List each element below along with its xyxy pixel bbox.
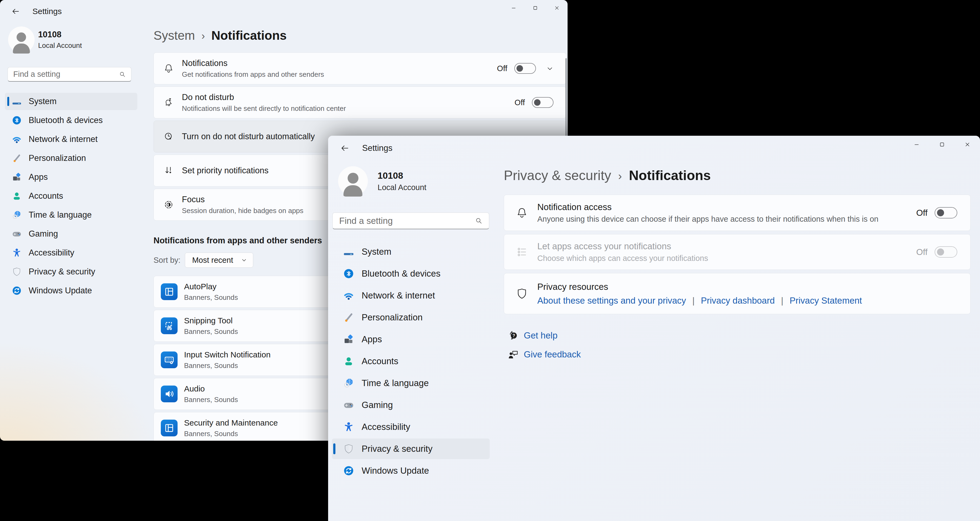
minimize-icon bbox=[511, 5, 517, 11]
search-input[interactable]: Find a setting bbox=[332, 212, 489, 229]
toggle-switch[interactable] bbox=[532, 97, 554, 108]
list-settings-icon bbox=[516, 246, 528, 258]
breadcrumb-separator-icon: › bbox=[618, 169, 622, 183]
link-separator: | bbox=[692, 296, 695, 306]
sidebar-item-icon bbox=[12, 153, 22, 163]
breadcrumb: Privacy & security › Notifications bbox=[504, 167, 970, 183]
get-help-link[interactable]: Get help bbox=[508, 330, 970, 341]
sidebar-item-label: Time & language bbox=[362, 378, 429, 388]
page-title: Notifications bbox=[629, 167, 711, 183]
sidebar-item[interactable]: Windows Update bbox=[332, 460, 490, 481]
avatar bbox=[338, 166, 368, 196]
sidebar-item[interactable]: Apps bbox=[332, 329, 490, 350]
sidebar-item[interactable]: System bbox=[332, 241, 490, 262]
setting-row-title: Let apps access your notifications bbox=[537, 241, 916, 252]
app-icon bbox=[161, 284, 178, 300]
sidebar-item[interactable]: Accounts bbox=[332, 351, 490, 371]
app-icon bbox=[161, 420, 178, 437]
sidebar-item-label: Accounts bbox=[29, 191, 63, 201]
main-content: Privacy & security › Notifications Notif… bbox=[504, 136, 970, 368]
bell-icon bbox=[516, 207, 528, 219]
sidebar-item-label: Privacy & security bbox=[362, 444, 433, 454]
sidebar-item-icon bbox=[12, 286, 22, 296]
close-button[interactable] bbox=[546, 0, 568, 16]
sidebar-item[interactable]: Privacy & security bbox=[332, 438, 490, 459]
back-button[interactable] bbox=[8, 4, 23, 19]
sidebar-item-label: Accessibility bbox=[29, 248, 74, 258]
search-placeholder: Find a setting bbox=[8, 70, 119, 79]
toggle-state-label: Off bbox=[497, 64, 507, 73]
back-button[interactable] bbox=[337, 140, 352, 156]
sidebar-item[interactable]: Privacy & security bbox=[5, 263, 137, 280]
sort-by-label: Sort by: bbox=[154, 256, 181, 265]
sidebar-item[interactable]: Accessibility bbox=[5, 244, 137, 261]
account-card[interactable]: 10108 Local Account bbox=[8, 27, 82, 53]
sidebar-item[interactable]: Bluetooth & devices bbox=[332, 263, 490, 284]
sidebar-item[interactable]: Personalization bbox=[332, 307, 490, 328]
sidebar-item-label: Windows Update bbox=[362, 465, 429, 476]
chevron-down-icon[interactable] bbox=[546, 65, 554, 72]
toggle-switch[interactable] bbox=[514, 63, 536, 74]
sidebar-item[interactable]: Time & language bbox=[5, 206, 137, 224]
give-feedback-link[interactable]: Give feedback bbox=[508, 349, 970, 360]
sidebar-item-label: Network & internet bbox=[29, 134, 97, 144]
sidebar-item-icon bbox=[343, 443, 354, 454]
notification-access-row[interactable]: Notification access Anyone using this de… bbox=[504, 195, 970, 231]
app-icon bbox=[161, 352, 178, 368]
sidebar-item[interactable]: System bbox=[5, 93, 137, 110]
page-title: Notifications bbox=[212, 28, 287, 43]
setting-row[interactable]: Do not disturb Notifications will be sen… bbox=[154, 86, 566, 118]
search-input[interactable]: Find a setting bbox=[8, 67, 131, 82]
sidebar-item-icon bbox=[12, 191, 22, 201]
sidebar-item[interactable]: Personalization bbox=[5, 150, 137, 167]
sidebar-item[interactable]: Bluetooth & devices bbox=[5, 112, 137, 129]
sidebar-item-label: System bbox=[29, 97, 56, 106]
sidebar-item[interactable]: Time & language bbox=[332, 373, 490, 394]
footer-links: Get help Give feedback bbox=[504, 330, 970, 360]
selection-accent-bar bbox=[7, 97, 9, 106]
toggle-switch[interactable] bbox=[935, 207, 957, 218]
search-placeholder: Find a setting bbox=[333, 216, 475, 226]
sidebar-item-icon bbox=[343, 246, 354, 257]
sidebar-item-label: Apps bbox=[29, 172, 48, 182]
link-about-settings[interactable]: About these settings and your privacy bbox=[537, 296, 686, 306]
search-icon bbox=[475, 217, 483, 225]
account-type: Local Account bbox=[38, 41, 82, 50]
toggle-switch-disabled bbox=[935, 246, 957, 258]
sidebar-item[interactable]: Accounts bbox=[5, 187, 137, 205]
sidebar-item[interactable]: Gaming bbox=[332, 395, 490, 415]
back-arrow-icon bbox=[340, 143, 350, 153]
privacy-resources-row: Privacy resources About these settings a… bbox=[504, 273, 970, 314]
sort-dropdown-value: Most recent bbox=[192, 256, 233, 265]
sidebar-item-icon bbox=[12, 172, 22, 182]
breadcrumb-separator-icon: › bbox=[201, 29, 205, 42]
search-icon bbox=[119, 70, 126, 78]
sidebar-item-icon bbox=[343, 290, 354, 301]
sidebar-item-icon bbox=[343, 356, 354, 366]
window-title: Settings bbox=[32, 7, 62, 16]
minimize-button[interactable] bbox=[503, 0, 524, 16]
link-privacy-dashboard[interactable]: Privacy dashboard bbox=[701, 296, 775, 306]
sidebar-item[interactable]: Accessibility bbox=[332, 417, 490, 437]
sidebar-item[interactable]: Network & internet bbox=[5, 131, 137, 148]
sidebar-item[interactable]: Apps bbox=[5, 169, 137, 186]
account-type: Local Account bbox=[377, 183, 426, 192]
breadcrumb-parent[interactable]: System bbox=[154, 28, 195, 43]
setting-row-subtitle: Choose which apps can access your notifi… bbox=[537, 254, 916, 263]
link-privacy-statement[interactable]: Privacy Statement bbox=[790, 296, 862, 306]
privacy-links: About these settings and your privacy | … bbox=[537, 296, 957, 306]
app-icon bbox=[161, 386, 178, 402]
feedback-icon bbox=[508, 349, 519, 360]
sidebar-item[interactable]: Gaming bbox=[5, 225, 137, 242]
sidebar-item[interactable]: Windows Update bbox=[5, 282, 137, 299]
setting-row[interactable]: Notifications Get notifications from app… bbox=[154, 53, 566, 84]
setting-row-icon bbox=[164, 166, 174, 176]
sidebar-item-label: Gaming bbox=[362, 400, 393, 410]
breadcrumb-parent[interactable]: Privacy & security bbox=[504, 167, 611, 183]
account-card[interactable]: 10108 Local Account bbox=[338, 166, 426, 196]
toggle-state-label: Off bbox=[916, 247, 928, 257]
maximize-button[interactable] bbox=[524, 0, 546, 16]
back-arrow-icon bbox=[11, 7, 20, 16]
sort-dropdown[interactable]: Most recent bbox=[185, 253, 253, 268]
sidebar-item[interactable]: Network & internet bbox=[332, 285, 490, 306]
